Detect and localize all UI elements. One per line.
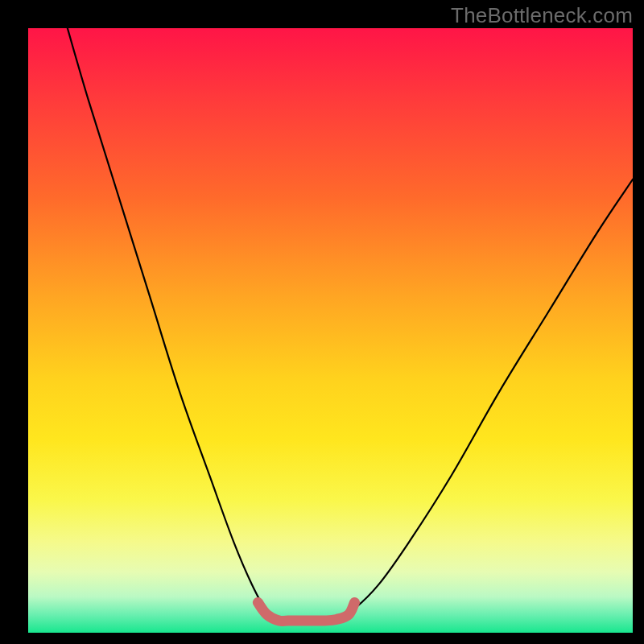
left-curve xyxy=(68,28,288,621)
curves-svg xyxy=(28,28,633,633)
right-curve xyxy=(324,180,633,621)
watermark-text: TheBottleneck.com xyxy=(451,3,633,28)
chart-frame: TheBottleneck.com xyxy=(0,0,644,644)
plot-area xyxy=(28,28,633,633)
bottom-highlight xyxy=(258,602,354,621)
